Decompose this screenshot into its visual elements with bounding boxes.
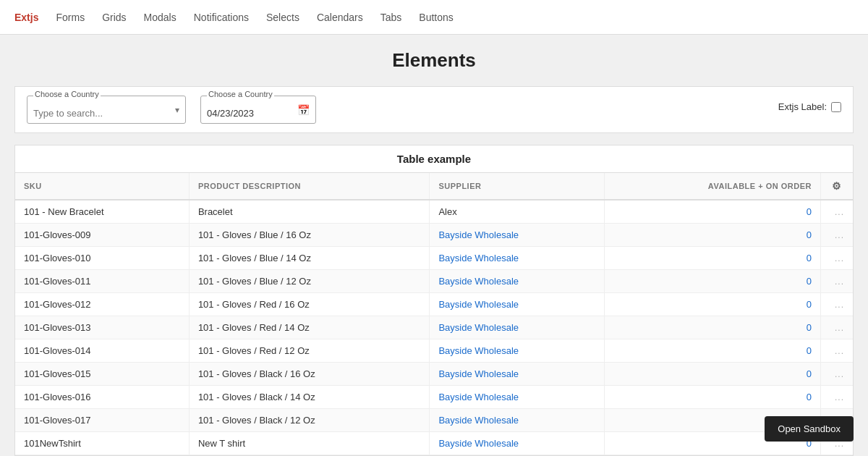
cell-supplier: Bayside Wholesale — [430, 386, 604, 409]
nav-item-calendars[interactable]: Calendars — [317, 12, 363, 23]
cell-sku: 101-Gloves-017 — [15, 409, 189, 432]
cell-supplier: Bayside Wholesale — [430, 293, 604, 316]
cell-sku: 101-Gloves-013 — [15, 316, 189, 339]
cell-sku: 101-Gloves-012 — [15, 293, 189, 316]
col-actions[interactable]: ⚙ — [821, 173, 854, 200]
table-section: Table example SKU PRODUCT DESCRIPTION SU… — [14, 145, 854, 456]
table-body: 101 - New BraceletBraceletAlex0...101-Gl… — [15, 200, 853, 455]
cell-description: 101 - Gloves / Blue / 14 Oz — [189, 247, 430, 270]
cell-supplier: Bayside Wholesale — [430, 316, 604, 339]
date-select-field[interactable]: Choose a Country 04/23/2023 📅 — [200, 96, 316, 124]
cell-row-menu[interactable]: ... — [821, 270, 854, 293]
cell-description: 101 - Gloves / Black / 12 Oz — [189, 409, 430, 432]
cell-sku: 101-Gloves-014 — [15, 339, 189, 363]
cell-row-menu[interactable]: ... — [821, 200, 854, 224]
cell-available: 0 — [604, 247, 820, 270]
cell-sku: 101 - New Bracelet — [15, 200, 189, 224]
cell-description: 101 - Gloves / Black / 14 Oz — [189, 386, 430, 409]
cell-row-menu[interactable]: ... — [821, 293, 854, 316]
nav-item-forms[interactable]: Forms — [56, 12, 85, 23]
nav-item-notifications[interactable]: Notifications — [194, 12, 249, 23]
cell-supplier: Bayside Wholesale — [430, 224, 604, 247]
cell-description: 101 - Gloves / Blue / 12 Oz — [189, 270, 430, 293]
cell-available: 0 — [604, 363, 820, 386]
open-sandbox-button[interactable]: Open Sandbox — [765, 416, 854, 442]
country-select-label: Choose a Country — [33, 90, 101, 98]
extjs-label-text: Extjs Label: — [778, 101, 827, 112]
cell-row-menu[interactable]: ... — [821, 247, 854, 270]
cell-available: 0 — [604, 316, 820, 339]
cell-sku: 101-Gloves-011 — [15, 270, 189, 293]
cell-description: 101 - Gloves / Red / 14 Oz — [189, 316, 430, 339]
controls-row: Choose a Country ▾ Choose a Country 04/2… — [14, 86, 854, 133]
nav-item-extjs[interactable]: Extjs — [14, 12, 38, 23]
cell-supplier: Bayside Wholesale — [430, 432, 604, 455]
country-select-field[interactable]: Choose a Country ▾ — [27, 96, 186, 124]
cell-supplier: Bayside Wholesale — [430, 270, 604, 293]
table-row: 101 - New BraceletBraceletAlex0... — [15, 200, 853, 224]
cell-available: 0 — [604, 386, 820, 409]
table-row: 101-Gloves-017101 - Gloves / Black / 12 … — [15, 409, 853, 432]
cell-supplier: Bayside Wholesale — [430, 247, 604, 270]
date-select-label: Choose a Country — [207, 90, 274, 98]
cell-description: New T shirt — [189, 432, 430, 455]
dropdown-arrow-icon: ▾ — [175, 105, 179, 115]
table-row: 101NewTshirtNew T shirtBayside Wholesale… — [15, 432, 853, 455]
table-row: 101-Gloves-012101 - Gloves / Red / 16 Oz… — [15, 293, 853, 316]
cell-description: Bracelet — [189, 200, 430, 224]
cell-supplier: Alex — [430, 200, 604, 224]
nav-item-tabs[interactable]: Tabs — [380, 12, 402, 23]
table-header: SKU PRODUCT DESCRIPTION SUPPLIER AVAILAB… — [15, 173, 853, 200]
cell-sku: 101-Gloves-010 — [15, 247, 189, 270]
table-row: 101-Gloves-015101 - Gloves / Black / 16 … — [15, 363, 853, 386]
calendar-icon: 📅 — [297, 104, 310, 116]
navigation: ExtjsFormsGridsModalsNotificationsSelect… — [0, 0, 868, 35]
extjs-checkbox[interactable] — [831, 102, 841, 112]
cell-available: 0 — [604, 224, 820, 247]
cell-description: 101 - Gloves / Blue / 16 Oz — [189, 224, 430, 247]
nav-item-selects[interactable]: Selects — [266, 12, 299, 23]
cell-available: 0 — [604, 270, 820, 293]
cell-available: 0 — [604, 200, 820, 224]
table-row: 101-Gloves-010101 - Gloves / Blue / 14 O… — [15, 247, 853, 270]
table-row: 101-Gloves-014101 - Gloves / Red / 12 Oz… — [15, 339, 853, 363]
cell-sku: 101-Gloves-009 — [15, 224, 189, 247]
main-content: Elements Choose a Country ▾ Choose a Cou… — [0, 35, 868, 456]
table-row: 101-Gloves-009101 - Gloves / Blue / 16 O… — [15, 224, 853, 247]
cell-supplier: Bayside Wholesale — [430, 409, 604, 432]
cell-description: 101 - Gloves / Red / 16 Oz — [189, 293, 430, 316]
table-row: 101-Gloves-013101 - Gloves / Red / 14 Oz… — [15, 316, 853, 339]
cell-sku: 101-Gloves-016 — [15, 386, 189, 409]
nav-item-grids[interactable]: Grids — [102, 12, 126, 23]
cell-description: 101 - Gloves / Red / 12 Oz — [189, 339, 430, 363]
gear-icon: ⚙ — [830, 179, 844, 193]
table-title: Table example — [15, 145, 853, 173]
cell-row-menu[interactable]: ... — [821, 363, 854, 386]
nav-item-modals[interactable]: Modals — [144, 12, 176, 23]
table-row: 101-Gloves-016101 - Gloves / Black / 14 … — [15, 386, 853, 409]
cell-available: 0 — [604, 293, 820, 316]
cell-row-menu[interactable]: ... — [821, 339, 854, 363]
cell-description: 101 - Gloves / Black / 16 Oz — [189, 363, 430, 386]
col-available: AVAILABLE + ON ORDER — [604, 173, 820, 200]
extjs-label-field: Extjs Label: — [778, 96, 841, 112]
cell-supplier: Bayside Wholesale — [430, 339, 604, 363]
table-row: 101-Gloves-011101 - Gloves / Blue / 12 O… — [15, 270, 853, 293]
date-value: 04/23/2023 — [207, 105, 310, 119]
cell-sku: 101NewTshirt — [15, 432, 189, 455]
data-table: SKU PRODUCT DESCRIPTION SUPPLIER AVAILAB… — [15, 173, 853, 455]
col-description: PRODUCT DESCRIPTION — [189, 173, 430, 200]
page-title: Elements — [14, 49, 854, 72]
cell-supplier: Bayside Wholesale — [430, 363, 604, 386]
cell-row-menu[interactable]: ... — [821, 316, 854, 339]
cell-row-menu[interactable]: ... — [821, 224, 854, 247]
col-sku: SKU — [15, 173, 189, 200]
cell-available: 0 — [604, 339, 820, 363]
nav-item-buttons[interactable]: Buttons — [419, 12, 453, 23]
cell-row-menu[interactable]: ... — [821, 386, 854, 409]
col-supplier: SUPPLIER — [430, 173, 604, 200]
cell-sku: 101-Gloves-015 — [15, 363, 189, 386]
country-search-input[interactable] — [33, 105, 179, 119]
